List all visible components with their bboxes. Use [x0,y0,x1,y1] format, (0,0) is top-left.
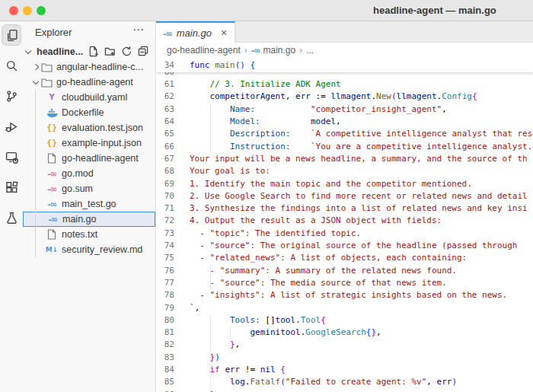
sidebar-title: Explorer [35,27,72,38]
code-line-text: Your input will be a news headline, a su… [190,153,528,165]
more-actions-icon[interactable]: ⋯ [132,23,145,37]
line-number: 62 [156,91,174,103]
code-line-83[interactable]: 83 }) [156,352,533,364]
code-line-61[interactable]: 61 // 3. Initialize ADK Agent [156,78,533,91]
line-number: 77 [156,277,174,289]
breadcrumb-item[interactable]: go-headline-agent [167,45,241,56]
code-line-69[interactable]: 691. Identify the main topic and the com… [156,178,533,190]
code-line-86[interactable]: 86 } [156,389,533,392]
run-debug-icon [5,120,18,133]
tab-label: main.go [177,27,212,39]
close-window-button[interactable] [9,6,18,15]
code-line-80[interactable]: 80 Tools: []tool.Tool{ [156,314,533,327]
line-number: 67 [156,153,174,165]
remote-explorer-activity-item[interactable] [2,146,21,167]
code-line-text: }) [190,352,220,364]
editor-area: -∞ main.go × go-headline-agent›-∞main.go… [156,21,533,392]
json-icon: {} [46,124,57,132]
code-line-74[interactable]: 74 - "source": The original source of th… [156,240,533,252]
code-line-76[interactable]: 76 - "summary": A summary of the related… [156,265,533,277]
code-line-73[interactable]: 73 - "topic": The identified topic. [156,228,533,240]
code-line-82[interactable]: 82 }, [156,339,533,351]
code-line-79[interactable]: 79`, [156,302,533,314]
code-line-72[interactable]: 724. Output the result as a JSON object … [156,215,533,227]
breadcrumb[interactable]: go-headline-agent›-∞main.go›... [156,43,533,58]
collapse-all-icon[interactable] [138,46,149,57]
code-line-70[interactable]: 702. Use Google Search to find more rece… [156,190,533,202]
workspace-row[interactable]: headline... [23,44,155,59]
line-number: 80 [156,314,174,327]
code-line-62[interactable]: 62 competitorAgent, err := llmagent.New(… [156,91,533,103]
code-line-text: - "source": The original source of the h… [190,240,517,252]
testing-activity-item[interactable] [2,207,21,228]
breadcrumb-item[interactable]: -∞main.go [251,45,295,56]
line-number: 70 [156,190,174,202]
run-debug-activity-item[interactable] [2,116,21,137]
line-number: 65 [156,128,174,140]
folder-icon [41,78,53,88]
file-icon [47,153,56,164]
code-editor[interactable]: 6061 // 3. Initialize ADK Agent62 compet… [156,58,533,392]
explorer-activity-item[interactable] [2,24,21,46]
source-control-icon [5,90,18,103]
tree-item-cloudbuild-yaml[interactable]: Ycloudbuild.yaml [23,90,155,105]
go-pink-icon: -∞ [47,170,56,178]
code-line-66[interactable]: 66 Instruction: `You are a competitive i… [156,141,533,153]
line-number: 73 [156,228,174,240]
tree-item-main-test-go[interactable]: -∞main_test.go [23,196,155,212]
explorer-icon [5,29,18,42]
breadcrumb-separator: › [299,45,302,56]
tree-item-go-headline-agent[interactable]: go-headline-agent [23,75,155,90]
go-blue-icon: -∞ [47,200,56,209]
breadcrumb-item[interactable]: ... [306,45,314,56]
tree-item-security-review-md[interactable]: M↓security_review.md [23,242,155,257]
code-line-77[interactable]: 77 - "source": The media source of that … [156,277,533,289]
zoom-window-button[interactable] [37,6,46,15]
tree-item-label: example-input.json [62,138,142,148]
explorer-sidebar: Explorer ⋯ headline... angular-headline-… [23,21,156,392]
code-line-84[interactable]: 84 if err != nil { [156,364,533,376]
sticky-scroll-line[interactable]: 34func main() { [156,58,533,72]
close-tab-icon[interactable]: × [221,27,227,38]
code-line-text: `, [190,302,199,314]
tree-item-label: main.go [62,214,96,225]
line-number: 84 [156,364,174,376]
line-number: 63 [156,104,174,116]
code-line-63[interactable]: 63 Name: "competitor_insight_agent", [156,104,533,116]
code-line-text: 2. Use Google Search to find more recent… [190,190,528,202]
code-line-71[interactable]: 713. Synthesize the findings into a list… [156,202,533,215]
new-folder-icon[interactable] [104,46,116,57]
tree-item-evaluation-test-json[interactable]: {}evaluation.test.json [23,120,155,135]
tree-item-dockerfile[interactable]: Dockerfile [23,105,155,120]
code-line-64[interactable]: 64 Model: model, [156,116,533,128]
tree-item-go-sum[interactable]: -∞go.sum [23,181,155,196]
tree-item-angular-headline-c-[interactable]: angular-headline-c... [23,59,155,75]
source-control-activity-item[interactable] [2,85,21,107]
code-line-text: Instruction: `You are a competitive inte… [190,141,532,153]
extensions-activity-item[interactable] [2,177,21,198]
tree-item-go-mod[interactable]: -∞go.mod [23,166,155,181]
minimize-window-button[interactable] [23,6,32,15]
chevron-down-icon [30,81,40,84]
extensions-icon [5,181,18,194]
tree-item-label: evaluation.test.json [62,123,143,133]
new-file-icon[interactable] [88,46,99,57]
line-number: 76 [156,265,174,277]
tree-item-label: notes.txt [62,229,97,240]
code-line-81[interactable]: 81 geminitool.GoogleSearch{}, [156,327,533,339]
code-line-67[interactable]: 67Your input will be a news headline, a … [156,153,533,165]
search-activity-item[interactable] [2,55,21,76]
refresh-icon[interactable] [121,46,132,57]
code-line-85[interactable]: 85 log.Fatalf("Failed to create agent: %… [156,376,533,388]
code-line-75[interactable]: 75 - "related_news": A list of objects, … [156,252,533,264]
tree-item-go-headline-agent[interactable]: go-headline-agent [23,151,155,166]
tree-item-notes-txt[interactable]: notes.txt [23,227,155,242]
tree-item-main-go[interactable]: -∞main.go [23,212,155,227]
code-line-65[interactable]: 65 Description: `A competitive intellige… [156,128,533,140]
tab-bar: -∞ main.go × [156,21,533,43]
tree-item-example-input-json[interactable]: {}example-input.json [23,135,155,151]
go-blue-icon: -∞ [251,46,260,55]
code-line-68[interactable]: 68Your goal is to: [156,165,533,177]
tab-main-go[interactable]: -∞ main.go × [156,21,235,43]
code-line-78[interactable]: 78 - "insights": A list of strategic ins… [156,289,533,301]
